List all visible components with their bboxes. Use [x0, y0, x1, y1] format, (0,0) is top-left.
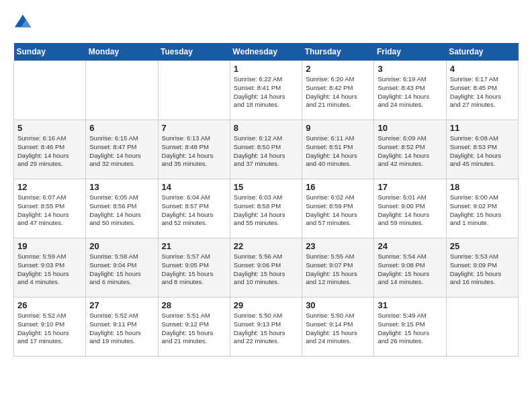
day-info: Sunrise: 6:17 AM Sunset: 8:45 PM Dayligh…: [450, 75, 515, 109]
day-number: 9: [306, 123, 370, 133]
day-info: Sunrise: 6:05 AM Sunset: 8:56 PM Dayligh…: [89, 193, 154, 228]
day-info: Sunrise: 6:19 AM Sunset: 8:43 PM Dayligh…: [378, 75, 442, 109]
weekday-header-sunday: Sunday: [14, 43, 86, 61]
calendar-day-21: 21Sunrise: 5:57 AM Sunset: 9:05 PM Dayli…: [158, 238, 230, 298]
calendar-day-26: 26Sunrise: 5:52 AM Sunset: 9:10 PM Dayli…: [14, 298, 86, 357]
day-info: Sunrise: 5:53 AM Sunset: 9:09 PM Dayligh…: [450, 253, 515, 287]
calendar-day-24: 24Sunrise: 5:54 AM Sunset: 9:08 PM Dayli…: [374, 238, 446, 298]
day-number: 11: [450, 123, 515, 133]
day-info: Sunrise: 6:02 AM Sunset: 8:59 PM Dayligh…: [306, 193, 370, 228]
day-info: Sunrise: 5:57 AM Sunset: 9:05 PM Dayligh…: [162, 253, 226, 287]
calendar-week-row: 5Sunrise: 6:16 AM Sunset: 8:46 PM Daylig…: [14, 120, 519, 179]
day-info: Sunrise: 6:13 AM Sunset: 8:48 PM Dayligh…: [162, 134, 226, 169]
day-info: Sunrise: 6:00 AM Sunset: 9:02 PM Dayligh…: [450, 193, 515, 228]
calendar-day-13: 13Sunrise: 6:05 AM Sunset: 8:56 PM Dayli…: [86, 179, 158, 238]
empty-day-cell: [86, 61, 158, 120]
empty-day-cell: [14, 61, 86, 120]
day-number: 26: [17, 300, 82, 310]
day-info: Sunrise: 6:08 AM Sunset: 8:53 PM Dayligh…: [450, 134, 515, 169]
calendar-day-9: 9Sunrise: 6:11 AM Sunset: 8:51 PM Daylig…: [302, 120, 374, 179]
day-number: 18: [450, 182, 515, 192]
calendar-day-23: 23Sunrise: 5:55 AM Sunset: 9:07 PM Dayli…: [302, 238, 374, 298]
calendar-week-row: 1Sunrise: 6:22 AM Sunset: 8:41 PM Daylig…: [14, 61, 519, 120]
day-info: Sunrise: 5:52 AM Sunset: 9:11 PM Dayligh…: [89, 312, 154, 346]
weekday-header-thursday: Thursday: [302, 43, 374, 61]
weekday-header-monday: Monday: [86, 43, 158, 61]
calendar-day-30: 30Sunrise: 5:50 AM Sunset: 9:14 PM Dayli…: [302, 298, 374, 357]
calendar-day-14: 14Sunrise: 6:04 AM Sunset: 8:57 PM Dayli…: [158, 179, 230, 238]
day-number: 22: [234, 241, 298, 251]
day-number: 23: [306, 241, 370, 251]
calendar-week-row: 12Sunrise: 6:07 AM Sunset: 8:55 PM Dayli…: [14, 179, 519, 238]
day-number: 1: [234, 64, 298, 74]
day-number: 4: [450, 64, 515, 74]
calendar-day-10: 10Sunrise: 6:09 AM Sunset: 8:52 PM Dayli…: [374, 120, 446, 179]
calendar-day-3: 3Sunrise: 6:19 AM Sunset: 8:43 PM Daylig…: [374, 61, 446, 120]
day-info: Sunrise: 5:52 AM Sunset: 9:10 PM Dayligh…: [17, 312, 82, 346]
calendar-day-18: 18Sunrise: 6:00 AM Sunset: 9:02 PM Dayli…: [446, 179, 518, 238]
day-info: Sunrise: 5:59 AM Sunset: 9:03 PM Dayligh…: [17, 253, 82, 287]
weekday-header-tuesday: Tuesday: [158, 43, 230, 61]
calendar-day-11: 11Sunrise: 6:08 AM Sunset: 8:53 PM Dayli…: [446, 120, 518, 179]
day-info: Sunrise: 6:03 AM Sunset: 8:58 PM Dayligh…: [234, 193, 298, 228]
day-number: 29: [234, 300, 298, 310]
calendar-header-row: SundayMondayTuesdayWednesdayThursdayFrid…: [14, 43, 519, 61]
calendar-day-4: 4Sunrise: 6:17 AM Sunset: 8:45 PM Daylig…: [446, 61, 518, 120]
day-number: 10: [378, 123, 442, 133]
day-info: Sunrise: 5:55 AM Sunset: 9:07 PM Dayligh…: [306, 253, 370, 287]
day-info: Sunrise: 6:12 AM Sunset: 8:50 PM Dayligh…: [234, 134, 298, 169]
day-number: 6: [89, 123, 154, 133]
page-header: [13, 13, 519, 32]
calendar-day-7: 7Sunrise: 6:13 AM Sunset: 8:48 PM Daylig…: [158, 120, 230, 179]
day-info: Sunrise: 6:09 AM Sunset: 8:52 PM Dayligh…: [378, 134, 442, 169]
day-number: 7: [162, 123, 226, 133]
day-info: Sunrise: 5:51 AM Sunset: 9:12 PM Dayligh…: [162, 312, 226, 346]
calendar-day-2: 2Sunrise: 6:20 AM Sunset: 8:42 PM Daylig…: [302, 61, 374, 120]
calendar-day-17: 17Sunrise: 6:01 AM Sunset: 9:00 PM Dayli…: [374, 179, 446, 238]
day-number: 31: [378, 300, 442, 310]
calendar-day-16: 16Sunrise: 6:02 AM Sunset: 8:59 PM Dayli…: [302, 179, 374, 238]
day-number: 3: [378, 64, 442, 74]
calendar-week-row: 26Sunrise: 5:52 AM Sunset: 9:10 PM Dayli…: [14, 298, 519, 357]
day-number: 12: [17, 182, 82, 192]
calendar-day-22: 22Sunrise: 5:56 AM Sunset: 9:06 PM Dayli…: [230, 238, 302, 298]
calendar-day-28: 28Sunrise: 5:51 AM Sunset: 9:12 PM Dayli…: [158, 298, 230, 357]
day-number: 19: [17, 241, 82, 251]
day-info: Sunrise: 6:20 AM Sunset: 8:42 PM Dayligh…: [306, 75, 370, 109]
day-number: 15: [234, 182, 298, 192]
calendar-day-19: 19Sunrise: 5:59 AM Sunset: 9:03 PM Dayli…: [14, 238, 86, 298]
day-info: Sunrise: 5:50 AM Sunset: 9:13 PM Dayligh…: [234, 312, 298, 346]
day-number: 27: [89, 300, 154, 310]
day-info: Sunrise: 6:07 AM Sunset: 8:55 PM Dayligh…: [17, 193, 82, 228]
day-number: 28: [162, 300, 226, 310]
empty-day-cell: [158, 61, 230, 120]
calendar-day-25: 25Sunrise: 5:53 AM Sunset: 9:09 PM Dayli…: [446, 238, 518, 298]
day-number: 25: [450, 241, 515, 251]
day-number: 24: [378, 241, 442, 251]
day-info: Sunrise: 5:58 AM Sunset: 9:04 PM Dayligh…: [89, 253, 154, 287]
day-info: Sunrise: 6:16 AM Sunset: 8:46 PM Dayligh…: [17, 134, 82, 169]
calendar-day-27: 27Sunrise: 5:52 AM Sunset: 9:11 PM Dayli…: [86, 298, 158, 357]
day-number: 14: [162, 182, 226, 192]
day-info: Sunrise: 6:15 AM Sunset: 8:47 PM Dayligh…: [89, 134, 154, 169]
calendar-day-8: 8Sunrise: 6:12 AM Sunset: 8:50 PM Daylig…: [230, 120, 302, 179]
day-number: 20: [89, 241, 154, 251]
calendar-week-row: 19Sunrise: 5:59 AM Sunset: 9:03 PM Dayli…: [14, 238, 519, 298]
day-info: Sunrise: 5:56 AM Sunset: 9:06 PM Dayligh…: [234, 253, 298, 287]
day-info: Sunrise: 6:01 AM Sunset: 9:00 PM Dayligh…: [378, 193, 442, 228]
day-number: 5: [17, 123, 82, 133]
weekday-header-wednesday: Wednesday: [230, 43, 302, 61]
empty-day-cell: [446, 298, 518, 357]
general-blue-logo-icon: [13, 13, 32, 32]
day-number: 8: [234, 123, 298, 133]
day-number: 16: [306, 182, 370, 192]
day-number: 30: [306, 300, 370, 310]
day-info: Sunrise: 6:22 AM Sunset: 8:41 PM Dayligh…: [234, 75, 298, 109]
day-number: 21: [162, 241, 226, 251]
weekday-header-saturday: Saturday: [446, 43, 518, 61]
logo: [13, 13, 35, 32]
weekday-header-friday: Friday: [374, 43, 446, 61]
calendar-day-20: 20Sunrise: 5:58 AM Sunset: 9:04 PM Dayli…: [86, 238, 158, 298]
calendar-table: SundayMondayTuesdayWednesdayThursdayFrid…: [13, 43, 519, 357]
day-info: Sunrise: 6:04 AM Sunset: 8:57 PM Dayligh…: [162, 193, 226, 228]
